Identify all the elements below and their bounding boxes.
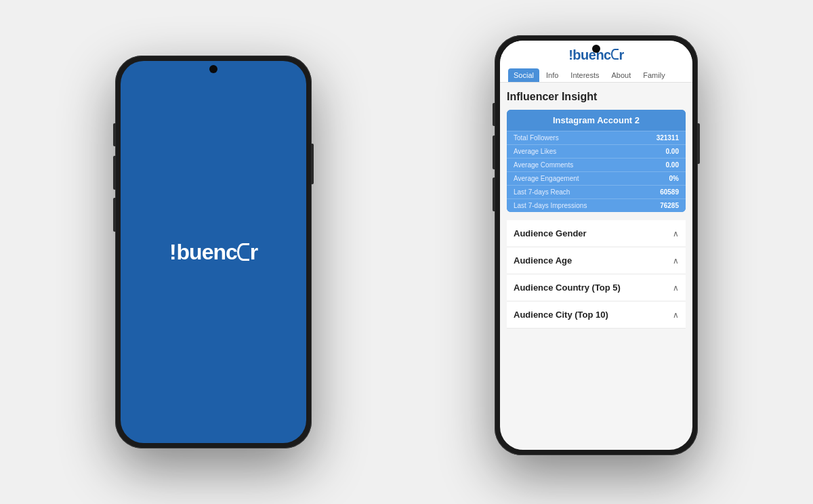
chevron-up-icon: ∧ [673,310,679,320]
accordion-label-country: Audience Country (Top 5) [514,282,621,293]
chevron-up-icon: ∧ [673,283,679,293]
chevron-up-icon: ∧ [673,256,679,266]
stat-row-engagement: Average Engagement 0% [507,171,686,185]
accordion-audience-gender[interactable]: Audience Gender ∧ [507,220,686,247]
stat-value-likes: 0.00 [666,148,679,155]
scene: !buencr !buencr Social Info Interests [102,22,711,482]
accordion-label-age: Audience Age [514,255,572,266]
instagram-card-header: Instagram Account 2 [507,110,686,131]
splash-screen: !buencr [121,61,306,443]
instagram-card-body: Total Followers 321311 Average Likes 0.0… [507,131,686,212]
stat-value-impressions: 76285 [660,202,679,209]
splash-logo: !buencr [169,240,257,265]
logo-exclaim: ! [568,47,572,62]
stat-label-likes: Average Likes [514,148,556,155]
app-screen: !buencr Social Info Interests About Fami… [500,41,692,450]
stat-row-impressions: Last 7-days Impressions 76285 [507,198,686,212]
stat-value-engagement: 0% [669,175,679,182]
app-header: !buencr Social Info Interests About Fami… [500,41,692,83]
app-logo: !buencr [508,47,684,68]
app-body: Influencer Insight Instagram Account 2 T… [500,83,692,450]
stat-row-followers: Total Followers 321311 [507,131,686,144]
stat-row-reach: Last 7-days Reach 60589 [507,185,686,198]
stat-label-followers: Total Followers [514,134,559,142]
accordion-label-gender: Audience Gender [514,228,587,238]
stat-row-likes: Average Likes 0.00 [507,144,686,158]
accordion-label-city: Audience City (Top 10) [514,310,608,320]
nav-family[interactable]: Family [638,68,670,82]
stat-row-comments: Average Comments 0.00 [507,158,686,171]
nav-info[interactable]: Info [541,68,564,82]
stat-label-reach: Last 7-days Reach [514,188,570,196]
stat-label-comments: Average Comments [514,161,573,169]
stat-value-followers: 321311 [656,134,679,142]
phone-right: !buencr Social Info Interests About Fami… [495,35,698,455]
accordion-audience-country[interactable]: Audience Country (Top 5) ∧ [507,274,686,301]
stat-value-reach: 60589 [660,188,679,196]
nav-about[interactable]: About [606,68,637,82]
phone-left: !buencr [115,56,312,448]
nav-social[interactable]: Social [508,68,539,82]
splash-exclaim: ! [169,240,176,265]
stat-label-engagement: Average Engagement [514,175,579,182]
instagram-card-title: Instagram Account 2 [514,115,679,125]
instagram-card: Instagram Account 2 Total Followers 3213… [507,110,686,212]
nav-interests[interactable]: Interests [565,68,604,82]
chevron-up-icon: ∧ [673,229,679,238]
stat-label-impressions: Last 7-days Impressions [514,202,587,209]
stat-value-comments: 0.00 [666,161,679,169]
section-title: Influencer Insight [507,91,686,103]
accordion-audience-city[interactable]: Audience City (Top 10) ∧ [507,301,686,329]
accordion-audience-age[interactable]: Audience Age ∧ [507,247,686,274]
app-nav: Social Info Interests About Family [508,68,684,82]
